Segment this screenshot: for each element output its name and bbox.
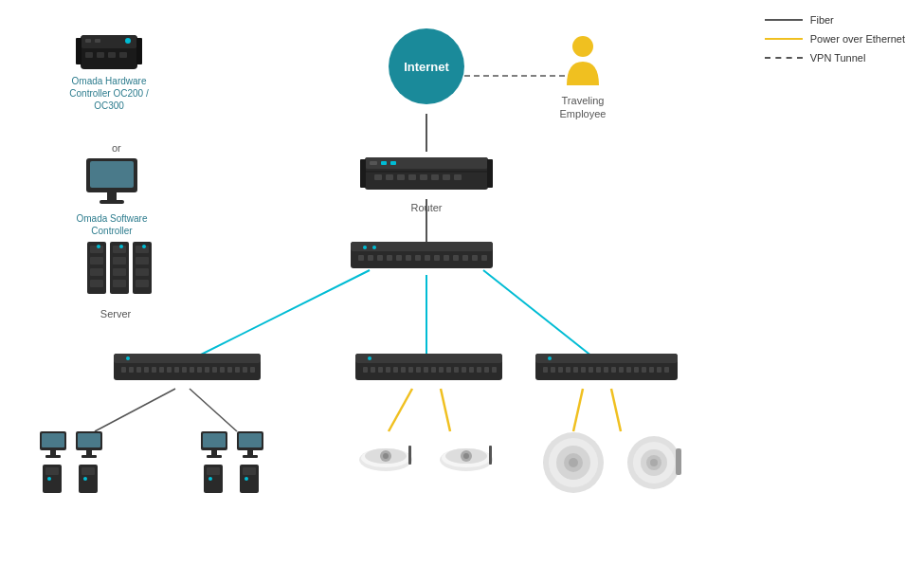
svg-rect-30 <box>351 242 493 251</box>
svg-point-148 <box>47 477 51 481</box>
hw-controller-icon <box>76 33 142 71</box>
legend: Fiber Power over Ethernet VPN Tunnel <box>765 14 905 64</box>
svg-rect-135 <box>136 246 149 253</box>
svg-rect-90 <box>535 354 678 363</box>
hw-controller-node: Omada Hardware Controller OC200 / OC300 <box>62 33 156 112</box>
svg-rect-131 <box>113 257 126 265</box>
svg-rect-97 <box>589 367 593 373</box>
sw-controller-label: Omada Software Controller <box>64 212 159 237</box>
svg-rect-96 <box>581 367 586 373</box>
svg-point-174 <box>383 453 389 459</box>
svg-rect-128 <box>90 280 103 287</box>
hw-controller-label: Omada Hardware Controller OC200 / OC300 <box>62 75 156 112</box>
svg-line-6 <box>389 389 412 431</box>
core-switch-node <box>351 242 493 268</box>
svg-rect-57 <box>182 367 187 373</box>
svg-rect-102 <box>626 367 631 373</box>
svg-rect-73 <box>386 367 390 373</box>
svg-rect-165 <box>247 450 253 455</box>
svg-rect-43 <box>472 255 478 261</box>
svg-rect-19 <box>386 174 393 180</box>
svg-rect-79 <box>431 367 436 373</box>
internet-label: Internet <box>404 60 449 74</box>
sw-controller-icon <box>79 156 145 209</box>
internet-node: Internet <box>389 28 464 104</box>
svg-rect-25 <box>454 174 462 180</box>
svg-rect-65 <box>243 367 247 373</box>
svg-rect-133 <box>113 280 126 287</box>
legend-fiber: Fiber <box>765 14 905 26</box>
mid-switch-node <box>355 354 502 380</box>
svg-rect-152 <box>82 455 97 458</box>
svg-rect-53 <box>152 367 156 373</box>
svg-rect-154 <box>82 467 95 475</box>
svg-rect-114 <box>97 52 104 58</box>
svg-rect-91 <box>543 367 548 373</box>
svg-point-141 <box>142 245 146 248</box>
pc-group-1 <box>38 431 114 502</box>
mid-switch-icon <box>355 354 502 380</box>
svg-rect-104 <box>642 367 646 373</box>
svg-rect-94 <box>566 367 571 373</box>
pc-group-2 <box>199 431 275 502</box>
svg-rect-54 <box>159 367 164 373</box>
svg-rect-151 <box>86 450 92 455</box>
svg-rect-82 <box>454 367 459 373</box>
svg-rect-58 <box>190 367 194 373</box>
ap-flat-1-icon <box>355 431 417 488</box>
svg-point-45 <box>363 246 367 249</box>
svg-rect-93 <box>558 367 563 373</box>
server-node: Server <box>78 242 154 320</box>
traveling-label: Traveling Employee <box>560 94 607 121</box>
svg-rect-81 <box>446 367 451 373</box>
svg-rect-35 <box>396 255 402 261</box>
poe-label: Power over Ethernet <box>810 33 905 45</box>
svg-rect-28 <box>487 159 493 188</box>
svg-rect-36 <box>406 255 411 261</box>
svg-rect-161 <box>207 467 220 475</box>
svg-rect-159 <box>207 455 222 458</box>
svg-rect-103 <box>634 367 639 373</box>
svg-rect-150 <box>78 433 100 447</box>
svg-point-117 <box>125 38 131 44</box>
svg-line-9 <box>611 389 621 431</box>
svg-rect-112 <box>95 39 100 43</box>
svg-rect-132 <box>113 268 126 276</box>
svg-rect-62 <box>220 367 225 373</box>
svg-rect-85 <box>477 367 481 373</box>
svg-point-180 <box>463 453 469 459</box>
svg-rect-61 <box>212 367 217 373</box>
vpn-line <box>765 57 803 59</box>
svg-rect-70 <box>363 367 368 373</box>
svg-rect-32 <box>368 255 373 261</box>
svg-rect-55 <box>167 367 172 373</box>
svg-line-10 <box>95 389 175 431</box>
svg-rect-138 <box>136 280 149 287</box>
traveling-employee-node: Traveling Employee <box>559 33 607 121</box>
svg-rect-59 <box>197 367 202 373</box>
svg-rect-15 <box>370 161 377 165</box>
left-switch-node <box>114 354 261 380</box>
svg-rect-86 <box>484 367 489 373</box>
svg-rect-84 <box>469 367 474 373</box>
svg-rect-37 <box>415 255 421 261</box>
ap-ceiling-1-icon <box>535 427 611 498</box>
svg-rect-116 <box>119 52 127 58</box>
svg-rect-72 <box>378 367 383 373</box>
right-switch-icon <box>535 354 678 380</box>
core-switch-icon <box>351 242 493 268</box>
svg-line-8 <box>573 389 583 431</box>
svg-rect-52 <box>144 367 149 373</box>
ap-flat-2-icon <box>436 431 498 488</box>
svg-rect-21 <box>408 174 416 180</box>
svg-rect-98 <box>596 367 601 373</box>
svg-rect-69 <box>355 354 502 363</box>
svg-rect-24 <box>443 174 450 180</box>
svg-rect-137 <box>136 268 149 276</box>
svg-rect-106 <box>657 367 661 373</box>
svg-rect-119 <box>136 38 142 64</box>
svg-rect-44 <box>481 255 487 261</box>
svg-point-88 <box>368 356 371 360</box>
left-switch-icon <box>114 354 261 380</box>
router-icon <box>360 150 493 197</box>
